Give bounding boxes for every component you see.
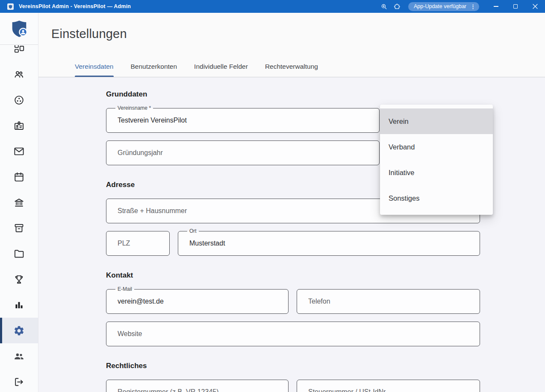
option-initiative[interactable]: Initiative [380,160,493,185]
titlebar: VereinsPilot Admin - VereinsPilot — Admi… [0,0,545,13]
maximize-button[interactable] [506,0,525,13]
tab-label: Rechteverwaltung [265,63,318,70]
sidebar-item-badge[interactable] [0,113,38,138]
app-icon [7,3,14,10]
archive-box-icon [13,222,25,234]
sidebar-item-bank[interactable] [0,190,38,215]
vereinsname-field[interactable]: Vereinsname * [106,108,380,133]
option-sonstiges[interactable]: Sonstiges [380,185,493,211]
tab-vereinsdaten[interactable]: Vereinsdaten [66,56,122,77]
email-field[interactable]: E-Mail [106,289,289,314]
folder-icon [13,248,25,260]
sidebar-item-logout[interactable] [0,369,38,392]
vereinsname-input[interactable] [118,108,375,132]
zoom-in-icon[interactable] [377,0,390,13]
tab-rechteverwaltung[interactable]: Rechteverwaltung [256,56,327,77]
sidebar-item-inventory[interactable] [0,215,38,241]
sidebar-item-trophy[interactable] [0,266,38,292]
sidebar-item-mail[interactable] [0,138,38,164]
sidebar-item-members[interactable] [0,61,38,87]
people-filled-icon [13,351,25,362]
steuernummer-input[interactable] [308,380,475,392]
tab-bar: Vereinsdaten Benutzerkonten Individuelle… [66,56,327,77]
sidebar-item-statistics[interactable] [0,292,38,318]
tab-label: Vereinsdaten [75,63,114,70]
section-kontakt-title: Kontakt [106,271,480,280]
sidebar-item-dashboard[interactable] [0,45,38,61]
website-input[interactable] [118,322,475,346]
gear-icon [13,325,25,336]
logout-icon [13,376,25,388]
vereinstyp-dropdown-menu: Verein Verband Initiative Sonstiges [380,105,493,215]
registernummer-field[interactable] [106,380,289,392]
sidebar-item-users[interactable] [0,343,38,369]
tab-individuelle-felder[interactable]: Individuelle Felder [186,56,256,77]
tab-label: Individuelle Felder [194,63,248,70]
overflow-menu-icon[interactable]: ⋮ [470,4,476,9]
app-logo [0,13,38,45]
ball-icon [13,94,25,106]
tab-benutzerkonten[interactable]: Benutzerkonten [122,56,186,77]
ort-field[interactable]: Ort [178,231,480,256]
page-title: Einstellungen [51,27,127,41]
app-update-label: App-Update verfügbar [414,3,466,9]
maximize-icon [513,4,518,9]
close-icon [533,4,538,9]
sidebar-item-settings[interactable] [0,318,38,343]
page-header: Einstellungen Vereinsdaten Benutzerkonte… [38,13,545,77]
sidebar-nav [0,45,38,392]
sidebar [0,13,38,392]
option-verband[interactable]: Verband [380,134,493,160]
group-icon [13,69,25,80]
telefon-field[interactable] [297,289,480,314]
email-input[interactable] [118,290,284,313]
gruendungsjahr-input[interactable] [118,141,375,165]
badge-icon [13,120,25,132]
mail-icon [13,146,25,157]
app-update-button[interactable]: App-Update verfügbar ⋮ [408,2,479,11]
calendar-icon [13,171,25,183]
sidebar-item-calendar[interactable] [0,164,38,190]
option-verein[interactable]: Verein [380,108,493,134]
steuernummer-field[interactable] [297,380,480,392]
window-title: VereinsPilot Admin - VereinsPilot — Admi… [19,3,131,9]
plz-input[interactable] [118,231,165,255]
shield-logo-icon [9,19,29,38]
sidebar-item-sports[interactable] [0,87,38,113]
bar-chart-icon [13,299,25,311]
minimize-button[interactable] [486,0,506,13]
registernummer-input[interactable] [118,380,284,392]
telefon-input[interactable] [308,290,475,313]
sidebar-item-documents[interactable] [0,241,38,266]
plz-field[interactable] [106,231,170,256]
dashboard-icon [13,45,25,55]
extension-icon[interactable] [390,0,403,13]
section-rechtliches-title: Rechtliches [106,362,480,370]
website-field[interactable] [106,322,480,346]
section-grunddaten-title: Grunddaten [106,90,480,99]
bank-icon [13,197,25,208]
gruendungsjahr-field[interactable] [106,140,380,165]
trophy-icon [13,274,25,285]
tab-label: Benutzerkonten [131,63,177,70]
close-button[interactable] [525,0,545,13]
minimize-icon [494,6,498,6]
ort-input[interactable] [189,231,475,255]
